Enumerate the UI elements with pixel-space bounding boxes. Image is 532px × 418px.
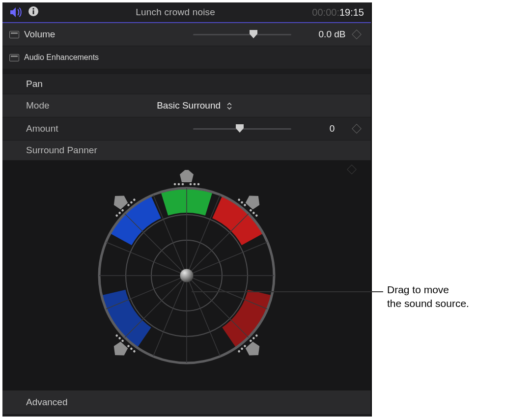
volume-slider[interactable]: [193, 29, 291, 39]
callout-leader-line: [192, 291, 383, 292]
volume-label: Volume: [24, 29, 55, 40]
panner-puck[interactable]: [180, 269, 194, 282]
amount-slider[interactable]: [193, 124, 291, 134]
advanced-section[interactable]: Advanced: [2, 390, 371, 414]
surround-panner-row: Surround Panner: [2, 140, 371, 161]
disclosure-icon[interactable]: [9, 54, 19, 61]
svg-rect-1: [33, 10, 34, 14]
surround-panner-control[interactable]: [81, 170, 292, 381]
disclosure-icon[interactable]: [9, 31, 19, 38]
amount-label: Amount: [26, 123, 58, 134]
keyframe-icon[interactable]: [347, 165, 357, 174]
enhancements-label: Audio Enhancements: [24, 53, 99, 62]
advanced-label: Advanced: [26, 397, 68, 408]
inspector-header: Lunch crowd noise 00:00:19:15: [2, 2, 371, 22]
timecode: 00:00:19:15: [312, 7, 364, 18]
mode-label: Mode: [26, 100, 50, 111]
volume-icon[interactable]: [9, 6, 23, 18]
callout-text: Drag to move the sound source.: [387, 283, 469, 311]
info-icon[interactable]: [28, 6, 39, 19]
surround-panner-label: Surround Panner: [26, 145, 97, 156]
speaker-center[interactable]: [174, 170, 200, 185]
pan-mode-dropdown[interactable]: Basic Surround: [50, 100, 339, 111]
pan-label: Pan: [26, 79, 43, 89]
chevron-updown-icon: [227, 102, 232, 110]
pan-section: Pan: [2, 74, 371, 94]
audio-enhancements-section[interactable]: Audio Enhancements: [2, 46, 371, 69]
surround-panner: [2, 161, 371, 390]
clip-title: Lunch crowd noise: [44, 7, 307, 18]
pan-mode-row: Mode Basic Surround: [2, 94, 371, 117]
audio-inspector-panel: Lunch crowd noise 00:00:19:15 Volume 0.0…: [2, 2, 372, 417]
svg-point-2: [32, 8, 34, 9]
pan-amount-row: Amount 0: [2, 117, 371, 140]
volume-row: Volume 0.0 dB: [2, 23, 371, 46]
